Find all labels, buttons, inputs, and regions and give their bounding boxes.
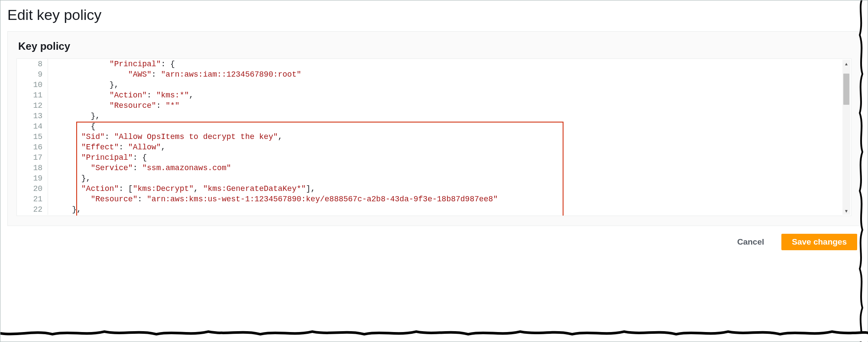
scroll-down-icon[interactable]: ▼ — [842, 207, 850, 215]
code-line[interactable]: 17 "Principal": { — [17, 152, 851, 163]
line-number: 17 — [17, 152, 48, 163]
line-number: 18 — [17, 163, 48, 173]
code-content[interactable]: "Action": ["kms:Decrypt", "kms:GenerateD… — [48, 184, 851, 194]
card-title: Key policy — [18, 40, 850, 52]
line-number: 14 — [17, 121, 48, 132]
code-content[interactable]: }, — [48, 204, 851, 215]
code-line[interactable]: 14 { — [17, 121, 851, 132]
code-line[interactable]: 9 "AWS": "arn:aws:iam::1234567890:root" — [17, 69, 851, 80]
line-number: 20 — [17, 184, 48, 194]
line-number: 9 — [17, 69, 48, 80]
line-number: 16 — [17, 142, 48, 152]
line-number: 15 — [17, 132, 48, 142]
code-content[interactable]: }, — [48, 80, 851, 90]
policy-editor-container: 8 "Principal": {9 "AWS": "arn:aws:iam::1… — [16, 58, 852, 216]
page-root: Edit key policy Key policy 8 "Principal"… — [0, 0, 868, 342]
cancel-button[interactable]: Cancel — [727, 234, 774, 250]
card-header: Key policy — [8, 32, 860, 58]
code-content[interactable]: "Service": "ssm.amazonaws.com" — [48, 163, 851, 173]
code-content[interactable]: "Principal": { — [48, 59, 851, 69]
code-line[interactable]: 18 "Service": "ssm.amazonaws.com" — [17, 163, 851, 173]
button-row: Cancel Save changes — [0, 226, 868, 250]
code-line[interactable]: 21 "Resource": "arn:aws:kms:us-west-1:12… — [17, 194, 851, 204]
line-number: 11 — [17, 90, 48, 100]
line-number: 10 — [17, 80, 48, 90]
code-line[interactable]: 16 "Effect": "Allow", — [17, 142, 851, 152]
code-content[interactable]: "Action": "kms:*", — [48, 90, 851, 100]
code-line[interactable]: 13 }, — [17, 111, 851, 121]
code-content[interactable]: }, — [48, 111, 851, 121]
scrollbar-thumb[interactable] — [843, 74, 849, 105]
code-line[interactable]: 19 }, — [17, 173, 851, 184]
code-line[interactable]: 10 }, — [17, 80, 851, 90]
code-content[interactable]: "Principal": { — [48, 152, 851, 163]
page-title: Edit key policy — [0, 0, 868, 28]
code-content[interactable]: "Effect": "Allow", — [48, 142, 851, 152]
code-content[interactable]: "Resource": "*" — [48, 100, 851, 111]
code-content[interactable]: }, — [48, 173, 851, 184]
line-number: 21 — [17, 194, 48, 204]
code-content[interactable]: "Sid": "Allow OpsItems to decrypt the ke… — [48, 132, 851, 142]
scrollbar[interactable]: ▲ ▼ — [842, 60, 850, 215]
code-line[interactable]: 11 "Action": "kms:*", — [17, 90, 851, 100]
line-number: 19 — [17, 173, 48, 184]
key-policy-card: Key policy 8 "Principal": {9 "AWS": "arn… — [7, 31, 861, 226]
code-content[interactable]: "AWS": "arn:aws:iam::1234567890:root" — [48, 69, 851, 80]
code-line[interactable]: 15 "Sid": "Allow OpsItems to decrypt the… — [17, 132, 851, 142]
line-number: 13 — [17, 111, 48, 121]
code-line[interactable]: 20 "Action": ["kms:Decrypt", "kms:Genera… — [17, 184, 851, 194]
code-line[interactable]: 22 }, — [17, 204, 851, 215]
line-number: 8 — [17, 59, 48, 69]
torn-edge-bottom — [0, 326, 868, 342]
code-content[interactable]: { — [48, 121, 851, 132]
code-line[interactable]: 8 "Principal": { — [17, 59, 851, 69]
scroll-up-icon[interactable]: ▲ — [842, 60, 850, 68]
save-button[interactable]: Save changes — [781, 234, 857, 250]
policy-editor[interactable]: 8 "Principal": {9 "AWS": "arn:aws:iam::1… — [17, 59, 851, 216]
line-number: 12 — [17, 100, 48, 111]
line-number: 22 — [17, 204, 48, 215]
code-line[interactable]: 12 "Resource": "*" — [17, 100, 851, 111]
code-content[interactable]: "Resource": "arn:aws:kms:us-west-1:12345… — [48, 194, 851, 204]
